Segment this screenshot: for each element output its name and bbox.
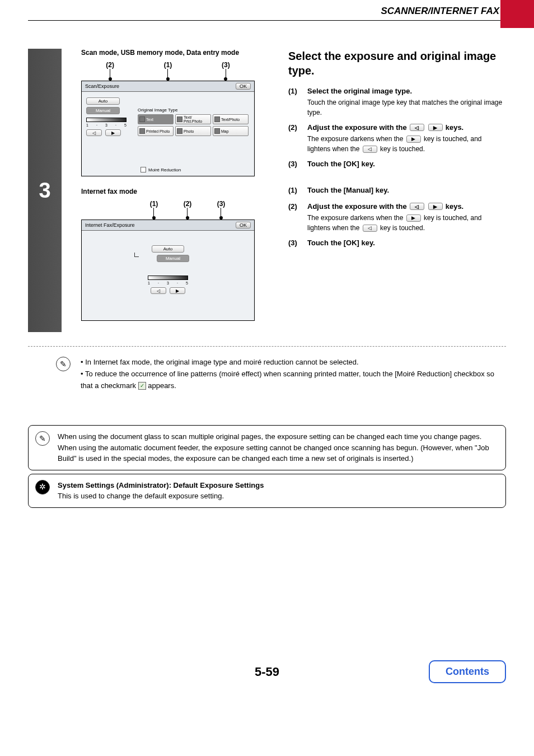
moire-checkbox[interactable] (140, 167, 146, 172)
text-prtd-photo-icon (177, 116, 182, 122)
photo-icon (177, 128, 182, 134)
lighten-icon: ◁ (410, 124, 424, 131)
manual-button[interactable]: Manual (86, 107, 120, 114)
lighten-button-2[interactable]: ◁ (151, 287, 166, 294)
printed-photo-icon (139, 128, 145, 134)
info-box: ✎ When using the document glass to scan … (28, 425, 506, 470)
darken-icon: ▶ (428, 124, 443, 131)
callout-3: (3) (222, 61, 230, 69)
instr-desc: The exposure darkens when the ▶ key is t… (307, 213, 506, 233)
instr-title: Select the original image type. (307, 87, 506, 95)
callout-1: (1) (164, 61, 172, 69)
type-printed-photo-button[interactable]: Printed Photo (138, 126, 174, 136)
pencil-note-icon: ✎ (35, 431, 50, 446)
lighten-icon: ◁ (410, 203, 424, 210)
text-icon (139, 116, 145, 122)
type-text-photo-button[interactable]: Text/Photo (213, 114, 249, 124)
callout2-1: (1) (150, 200, 158, 208)
section-heading: Select the exposure and original image t… (288, 49, 506, 78)
lighten-button[interactable]: ◁ (86, 129, 102, 136)
instr-title: Adjust the exposure with the ◁ ▶ keys. (307, 202, 506, 211)
gear-icon: ✲ (35, 480, 50, 494)
type-text-prtd-photo-button[interactable]: Text/ Prtd.Photo (175, 114, 211, 124)
ok-button-2[interactable]: OK (236, 222, 251, 228)
instr-desc: Touch the original image type key that m… (307, 97, 506, 118)
scan-exposure-panel: Scan/Exposure OK Auto Manual 1 · 3 · 5 (81, 81, 255, 176)
instr-num: (1) (288, 186, 307, 197)
callout2-2: (2) (184, 200, 192, 208)
instr-title: Touch the [OK] key. (307, 160, 506, 168)
auto-button-2[interactable]: Auto (152, 245, 184, 253)
darken-icon: ▶ (428, 203, 443, 210)
map-icon (214, 128, 220, 134)
panel2-title: Internet Fax/Exposure (85, 222, 135, 228)
callout2-3: (3) (217, 200, 226, 208)
type-photo-button[interactable]: Photo (175, 126, 211, 136)
note-item: To reduce the occurrence of line pattern… (81, 368, 506, 392)
ok-button[interactable]: OK (236, 83, 251, 90)
instr-num: (2) (288, 202, 307, 233)
darken-icon: ▶ (406, 136, 421, 143)
panel1-title: Scan/Exposure (85, 83, 119, 89)
admin-info-title: System Settings (Administrator): Default… (58, 480, 264, 491)
instr-num: (1) (288, 87, 307, 118)
exposure-scale-2: 1 · 3 · 5 (148, 281, 188, 285)
instr-num: (2) (288, 123, 307, 154)
instr-num: (3) (288, 160, 307, 170)
admin-info-box: ✲ System Settings (Administrator): Defau… (28, 474, 506, 508)
step-number: 3 (39, 179, 50, 203)
mode-caption-1: Scan mode, USB memory mode, Data entry m… (81, 49, 271, 57)
moire-label: Moiré Reduction (148, 167, 181, 172)
pencil-note-icon: ✎ (56, 357, 71, 371)
exposure-scale: 1 · 3 · 5 (86, 123, 127, 127)
text-photo-icon (214, 116, 220, 122)
page-header: SCANNER/INTERNET FAX (28, 0, 506, 21)
note-item: In Internet fax mode, the original image… (81, 357, 506, 368)
admin-info-body: This is used to change the default expos… (58, 491, 264, 502)
lighten-icon: ◁ (363, 225, 377, 232)
type-map-button[interactable]: Map (213, 126, 249, 136)
auto-button[interactable]: Auto (86, 97, 120, 105)
checkmark-icon: ✓ (138, 382, 146, 390)
contents-button[interactable]: Contents (429, 660, 506, 683)
step-sidebar: 3 (28, 49, 62, 332)
header-title: SCANNER/INTERNET FAX (381, 6, 506, 17)
instr-num: (3) (288, 239, 307, 249)
exposure-bar-2 (148, 276, 188, 280)
chapter-tab (500, 0, 534, 28)
darken-button[interactable]: ▶ (105, 129, 121, 136)
instr-desc: The exposure darkens when the ▶ key is t… (307, 134, 506, 154)
instr-title: Adjust the exposure with the ◁ ▶ keys. (307, 123, 506, 132)
manual-button-2[interactable]: Manual (157, 255, 189, 262)
type-text-button[interactable]: Text (138, 114, 174, 124)
instr-title: Touch the [Manual] key. (307, 186, 506, 194)
lighten-icon: ◁ (363, 146, 377, 153)
ifax-exposure-panel: Internet Fax/Exposure OK Auto Manual 1 (81, 220, 255, 321)
darken-button-2[interactable]: ▶ (170, 287, 185, 294)
mode-caption-2: Internet fax mode (81, 188, 271, 195)
exposure-bar (86, 118, 127, 122)
callout-2: (2) (106, 61, 114, 69)
darken-icon: ▶ (406, 214, 421, 222)
original-image-type-label: Original Image Type (138, 108, 250, 113)
page-number: 5-59 (255, 665, 279, 679)
info-text: When using the document glass to scan mu… (58, 431, 499, 464)
instr-title: Touch the [OK] key. (307, 239, 506, 247)
